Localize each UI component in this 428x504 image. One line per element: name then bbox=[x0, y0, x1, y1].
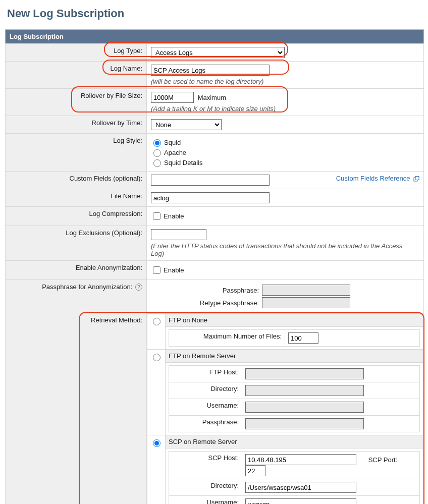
ftp-none-maxfiles-label: Maximum Number of Files: bbox=[169, 330, 285, 347]
log-style-label: Log Style: bbox=[6, 134, 147, 172]
retrieval-ftp-none-title: FTP on None bbox=[166, 314, 423, 327]
log-style-opt2: Squid Details bbox=[164, 159, 203, 166]
anon-retype-input bbox=[262, 297, 350, 308]
anon-pass-plabel: Passphrase: bbox=[181, 287, 262, 294]
rollover-time-label: Rollover by Time: bbox=[6, 116, 147, 134]
rollover-size-max: Maximum bbox=[198, 94, 226, 101]
ftp-host-label: FTP Host: bbox=[169, 366, 242, 382]
rollover-size-input[interactable] bbox=[151, 92, 194, 103]
exclusions-hint: (Enter the HTTP status codes of transact… bbox=[151, 242, 403, 257]
retrieval-label: Retrieval Method: bbox=[6, 313, 147, 505]
scp-user-label: Username: bbox=[169, 496, 242, 505]
file-name-label: File Name: bbox=[6, 189, 147, 207]
file-name-input[interactable] bbox=[151, 192, 270, 203]
scp-host-input[interactable] bbox=[245, 454, 356, 465]
rollover-size-hint: (Add a trailing K or M to indicate size … bbox=[151, 105, 419, 113]
retrieval-scp-title: SCP on Remote Server bbox=[166, 435, 423, 449]
log-name-hint: (will be used to name the log directory) bbox=[151, 78, 419, 85]
rollover-size-label: Rollover by File Size: bbox=[6, 89, 147, 116]
anon-retype-plabel: Retype Passphrase: bbox=[181, 299, 262, 307]
ftp-dir-label: Directory: bbox=[169, 382, 242, 399]
exclusions-label: Log Exclusions (Optional): bbox=[6, 226, 147, 261]
ftp-none-maxfiles-input[interactable] bbox=[288, 332, 318, 344]
retrieval-ftp-none-radio[interactable] bbox=[153, 318, 161, 325]
help-icon[interactable]: ? bbox=[135, 284, 142, 291]
custom-fields-label: Custom Fields (optional): bbox=[6, 172, 147, 189]
ftp-user-label: Username: bbox=[169, 399, 242, 416]
page-title: New Log Subscription bbox=[7, 7, 428, 20]
ftp-pass-label: Passphrase: bbox=[169, 416, 242, 432]
custom-fields-input[interactable] bbox=[151, 175, 270, 186]
rollover-time-select[interactable]: None bbox=[151, 119, 222, 130]
scp-dir-input[interactable] bbox=[245, 482, 356, 493]
log-subscription-form: Log Subscription Log Type: Access Logs L… bbox=[5, 29, 424, 504]
log-style-squid-details-radio[interactable] bbox=[153, 159, 161, 167]
ftp-pass-input bbox=[245, 418, 364, 429]
scp-host-label: SCP Host: bbox=[169, 452, 242, 479]
log-name-label: Log Name: bbox=[6, 62, 147, 89]
anon-pass-label: Passphrase for Anonymization: ? bbox=[6, 280, 147, 313]
scp-port-label: SCP Port: bbox=[368, 456, 398, 464]
log-style-squid-radio[interactable] bbox=[153, 139, 161, 147]
exclusions-input[interactable] bbox=[151, 229, 206, 240]
anonymization-checkbox[interactable] bbox=[153, 266, 161, 274]
log-style-opt0: Squid bbox=[164, 139, 181, 146]
log-type-label: Log Type: bbox=[6, 44, 147, 62]
log-style-apache-radio[interactable] bbox=[153, 149, 161, 157]
retrieval-ftp-remote-title: FTP on Remote Server bbox=[166, 350, 423, 363]
anon-pass-input bbox=[262, 285, 350, 296]
anonymization-enable: Enable bbox=[164, 266, 184, 274]
svg-rect-1 bbox=[415, 176, 419, 180]
ftp-user-input bbox=[245, 402, 364, 413]
compression-enable: Enable bbox=[164, 212, 184, 220]
ftp-host-input bbox=[245, 368, 364, 379]
log-name-input[interactable] bbox=[151, 65, 270, 76]
anonymization-label: Enable Anonymization: bbox=[6, 261, 147, 280]
compression-checkbox[interactable] bbox=[153, 212, 161, 220]
compression-label: Log Compression: bbox=[6, 207, 147, 226]
external-icon bbox=[412, 175, 419, 182]
retrieval-scp-radio[interactable] bbox=[153, 439, 161, 447]
log-style-opt1: Apache bbox=[164, 149, 186, 156]
scp-user-input[interactable] bbox=[245, 498, 356, 504]
custom-fields-reference-link[interactable]: Custom Fields Reference bbox=[336, 175, 419, 182]
scp-port-input[interactable] bbox=[245, 465, 265, 476]
log-type-select[interactable]: Access Logs bbox=[151, 47, 285, 58]
scp-dir-label: Directory: bbox=[169, 479, 242, 496]
ftp-dir-input bbox=[245, 385, 364, 396]
section-header: Log Subscription bbox=[6, 30, 424, 44]
retrieval-ftp-remote-radio[interactable] bbox=[153, 354, 161, 361]
